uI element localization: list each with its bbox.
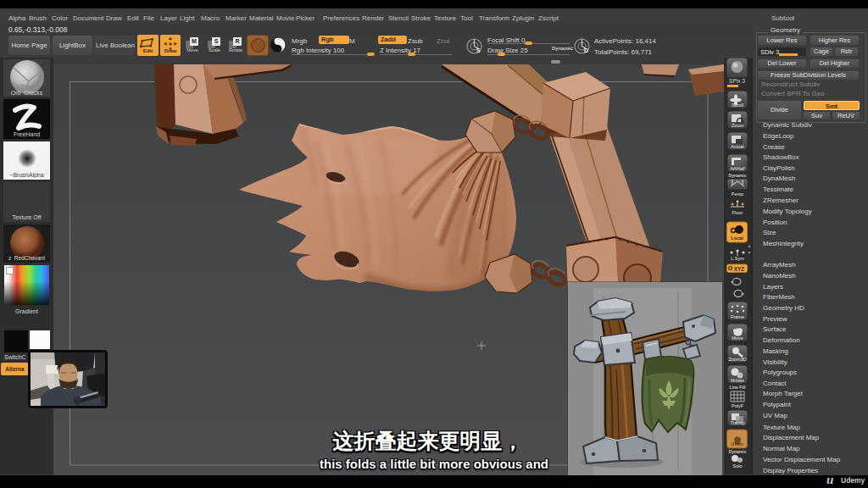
svg-text:D: D [584, 47, 588, 53]
svg-text:Zoom3D: Zoom3D [728, 357, 746, 362]
svg-text:Floor: Floor [732, 210, 743, 215]
svg-text:Dynamic: Dynamic [729, 449, 747, 454]
svg-text:Move: Move [732, 336, 743, 341]
svg-text:Zoom: Zoom [732, 123, 743, 128]
svg-text:u: u [826, 473, 833, 486]
svg-text:Actual: Actual [731, 144, 743, 149]
svg-text:Local: Local [731, 236, 743, 241]
svg-text:Rotate: Rotate [731, 378, 744, 383]
svg-text:Frame: Frame [731, 314, 744, 319]
svg-text:Dynamic: Dynamic [729, 173, 747, 178]
svg-text:AAHalf: AAHalf [730, 166, 745, 171]
svg-text:Scroll: Scroll [732, 103, 743, 108]
svg-text:Persp: Persp [732, 191, 743, 197]
svg-text:Ghost: Ghost [731, 441, 743, 446]
svg-text:PolyF: PolyF [732, 403, 744, 408]
svg-text:L.Sym: L.Sym [731, 256, 744, 261]
svg-text:S: S [476, 47, 481, 53]
svg-text:SPix 3: SPix 3 [729, 78, 745, 84]
svg-text:Line Fill: Line Fill [730, 385, 747, 390]
svg-text:XYZ: XYZ [734, 266, 745, 272]
svg-text:Solo: Solo [732, 463, 742, 469]
svg-text:Udemy: Udemy [841, 476, 865, 485]
svg-text:Transp: Transp [731, 420, 745, 425]
